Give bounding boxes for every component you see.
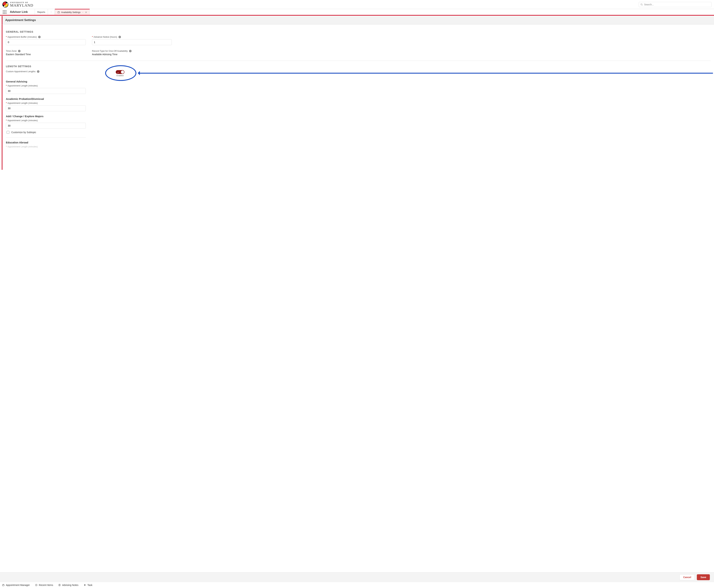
required-asterisk: * <box>6 84 7 87</box>
chevron-down-icon <box>50 11 52 13</box>
info-icon[interactable]: i <box>118 36 121 38</box>
required-asterisk: * <box>6 36 7 38</box>
toggle-state-label: Enabled <box>116 75 123 77</box>
section-general-settings: GENERAL SETTINGS <box>6 30 711 33</box>
label-appointment-buffer: Appointment Buffer (minutes) <box>7 36 37 38</box>
content-area: GENERAL SETTINGS * Appointment Buffer (m… <box>2 24 714 170</box>
label-appointment-length: Appointment Length (minutes) <box>7 119 38 122</box>
page-title: Appointment Settings <box>2 16 714 24</box>
svg-line-1 <box>642 5 643 5</box>
input-appointment-buffer[interactable] <box>6 39 86 45</box>
field-advance-notice: * Advance Notice (hours) i <box>92 36 172 45</box>
search-icon <box>641 3 643 6</box>
nav-bar: Advisor Link Reports Availability Settin… <box>0 9 714 16</box>
search-input[interactable] <box>639 2 712 7</box>
tab-availability-label: Availability Settings <box>61 11 81 14</box>
tab-reports-label: Reports <box>37 11 45 13</box>
svg-rect-2 <box>58 12 60 13</box>
length-group-education-abroad: Education Abroad * Appointment Length (m… <box>6 141 86 148</box>
tab-reports-dropdown[interactable] <box>48 9 55 15</box>
info-icon[interactable]: i <box>37 70 39 73</box>
checkbox-customize-subtopic-input[interactable] <box>6 131 9 134</box>
info-icon[interactable]: i <box>18 50 20 52</box>
tab-availability-settings[interactable]: Availability Settings ✕ <box>55 9 90 15</box>
brand-text: UNIVERSITY OF MARYLAND <box>10 2 33 7</box>
umd-logo <box>2 2 8 7</box>
group-title: Academic Probation/Dismissal <box>6 98 86 100</box>
section-length-settings: LENGTH SETTINGS <box>6 65 711 68</box>
input-length-academic-probation[interactable] <box>6 105 86 111</box>
input-length-add-change-majors[interactable] <box>6 123 86 129</box>
length-group-general-advising: General Advising * Appointment Length (m… <box>6 80 86 94</box>
app-name: Advisor Link <box>9 10 35 14</box>
label-custom-lengths: Custom Appointment Lengths <box>6 70 36 73</box>
field-timezone: Time Zone i Eastern Standard Time <box>6 50 86 56</box>
label-appointment-length: Appointment Length (minutes) <box>7 145 38 148</box>
value-timezone: Eastern Standard Time <box>6 53 86 56</box>
label-advance-notice: Advance Notice (hours) <box>93 36 117 38</box>
info-icon[interactable]: i <box>38 36 41 38</box>
label-record-type: Record Type for One-Off Availability <box>92 50 128 52</box>
input-length-general-advising[interactable] <box>6 88 86 94</box>
svg-point-0 <box>641 3 642 5</box>
info-icon[interactable]: i <box>129 50 131 52</box>
group-title: Education Abroad <box>6 141 86 144</box>
app-launcher-icon[interactable] <box>0 10 9 14</box>
label-appointment-length: Appointment Length (minutes) <box>7 102 38 104</box>
check-icon <box>117 71 119 73</box>
value-record-type: Available Advising Time <box>92 53 172 56</box>
label-timezone: Time Zone <box>6 50 17 52</box>
toggle-knob <box>121 70 124 74</box>
close-tab-icon[interactable]: ✕ <box>85 11 87 14</box>
field-appointment-buffer: * Appointment Buffer (minutes) i <box>6 36 86 45</box>
checkbox-customize-subtopic[interactable]: Customize by Subtopic <box>6 130 86 134</box>
label-customize-subtopic: Customize by Subtopic <box>11 131 36 134</box>
brand-main: MARYLAND <box>10 3 33 7</box>
toggle-custom-lengths[interactable] <box>116 70 124 74</box>
group-title: Add / Change / Explore Majors <box>6 115 86 118</box>
required-asterisk: * <box>6 119 7 122</box>
input-advance-notice[interactable] <box>92 39 172 45</box>
group-divider <box>6 137 86 138</box>
search-wrapper <box>639 2 712 7</box>
length-group-add-change-majors: Add / Change / Explore Majors * Appointm… <box>6 115 86 138</box>
top-bar: UNIVERSITY OF MARYLAND <box>0 0 714 9</box>
label-appointment-length: Appointment Length (minutes) <box>7 84 38 87</box>
length-group-academic-probation: Academic Probation/Dismissal * Appointme… <box>6 98 86 111</box>
tab-reports[interactable]: Reports <box>35 9 48 15</box>
field-record-type: Record Type for One-Off Availability i A… <box>92 50 172 56</box>
group-title: General Advising <box>6 80 86 83</box>
brand-block: UNIVERSITY OF MARYLAND <box>2 2 33 7</box>
required-asterisk: * <box>6 102 7 104</box>
chevron-down-icon <box>82 12 84 13</box>
toggle-custom-lengths-wrap: Enabled <box>116 70 124 77</box>
required-asterisk: * <box>92 36 93 38</box>
required-asterisk: * <box>6 145 7 148</box>
calendar-icon <box>58 11 60 14</box>
